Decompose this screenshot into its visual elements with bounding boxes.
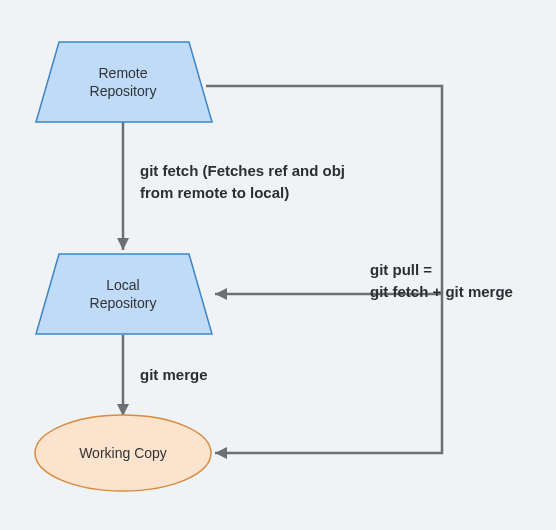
fetch-arrowhead <box>117 238 129 250</box>
local-repository-label-1: Local <box>106 277 139 293</box>
local-repository-label-2: Repository <box>90 295 157 311</box>
remote-repository-label-1: Remote <box>98 65 147 81</box>
pull-label-1: git pull = <box>370 261 432 278</box>
fetch-label-2: from remote to local) <box>140 184 289 201</box>
remote-repository-label-2: Repository <box>90 83 157 99</box>
fetch-label-1: git fetch (Fetches ref and obj <box>140 162 345 179</box>
remote-repository-node <box>36 42 212 122</box>
working-copy-label: Working Copy <box>79 445 167 461</box>
pull-branch-arrowhead <box>215 288 227 300</box>
merge-arrowhead <box>117 404 129 416</box>
pull-label-2: git fetch + git merge <box>370 283 513 300</box>
pull-path-arrowhead <box>215 447 227 459</box>
merge-label: git merge <box>140 366 208 383</box>
local-repository-node <box>36 254 212 334</box>
